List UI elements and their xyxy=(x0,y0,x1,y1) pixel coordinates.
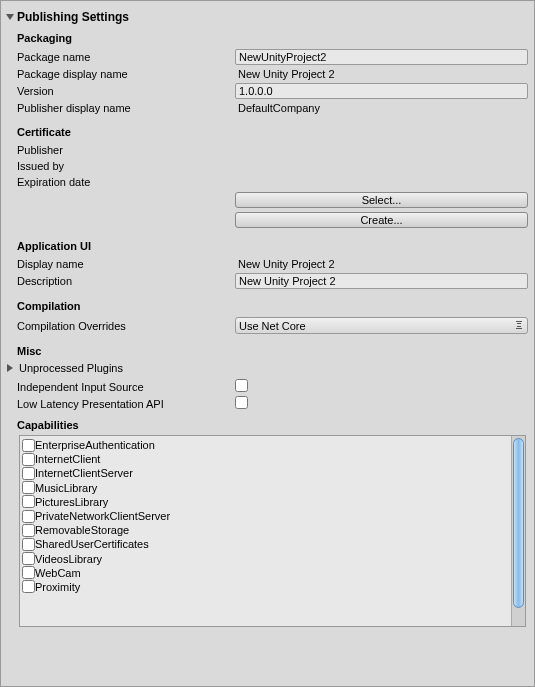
capability-label: PicturesLibrary xyxy=(35,496,108,508)
package-display-name-value: New Unity Project 2 xyxy=(235,67,528,81)
misc-header: Misc xyxy=(5,341,530,361)
cert-select-button[interactable]: Select... xyxy=(235,192,528,208)
publisher-display-name-label: Publisher display name xyxy=(17,102,235,114)
capability-checkbox[interactable] xyxy=(22,510,35,523)
capability-label: VideosLibrary xyxy=(35,553,102,565)
description-input[interactable] xyxy=(235,273,528,289)
package-display-name-label: Package display name xyxy=(17,68,235,80)
capability-checkbox[interactable] xyxy=(22,524,35,537)
capability-checkbox[interactable] xyxy=(22,495,35,508)
cert-issued-by-label: Issued by xyxy=(17,160,235,172)
compilation-overrides-dropdown[interactable]: Use Net Core xyxy=(235,317,528,334)
display-name-label: Display name xyxy=(17,258,235,270)
capability-label: SharedUserCertificates xyxy=(35,538,149,550)
cert-create-button[interactable]: Create... xyxy=(235,212,528,228)
capability-label: InternetClientServer xyxy=(35,467,133,479)
unprocessed-plugins-label: Unprocessed Plugins xyxy=(17,362,123,374)
publishing-settings-panel: Publishing Settings Packaging Package na… xyxy=(0,0,535,687)
low-latency-label: Low Latency Presentation API xyxy=(17,398,235,410)
capability-item[interactable]: RemovableStorage xyxy=(22,523,509,537)
capability-label: PrivateNetworkClientServer xyxy=(35,510,170,522)
capability-item[interactable]: InternetClient xyxy=(22,452,509,466)
capability-checkbox[interactable] xyxy=(22,552,35,565)
capability-item[interactable]: WebCam xyxy=(22,566,509,580)
foldout-icon xyxy=(6,14,14,20)
capability-checkbox[interactable] xyxy=(22,453,35,466)
cert-issued-by-value xyxy=(235,165,528,167)
scrollbar-thumb[interactable] xyxy=(513,438,524,608)
package-name-label: Package name xyxy=(17,51,235,63)
certificate-header: Certificate xyxy=(5,122,530,142)
capability-label: EnterpriseAuthentication xyxy=(35,439,155,451)
compilation-overrides-label: Compilation Overrides xyxy=(17,320,235,332)
publisher-display-name-value: DefaultCompany xyxy=(235,101,528,115)
packaging-header: Packaging xyxy=(5,28,530,48)
capability-item[interactable]: EnterpriseAuthentication xyxy=(22,438,509,452)
publishing-settings-title: Publishing Settings xyxy=(17,10,129,24)
capability-checkbox[interactable] xyxy=(22,538,35,551)
compilation-header: Compilation xyxy=(5,296,530,316)
capability-label: RemovableStorage xyxy=(35,524,129,536)
capability-item[interactable]: Proximity xyxy=(22,580,509,594)
app-ui-header: Application UI xyxy=(5,236,530,256)
cert-publisher-value xyxy=(235,149,528,151)
scrollbar[interactable] xyxy=(511,436,525,626)
capability-item[interactable]: MusicLibrary xyxy=(22,481,509,495)
publishing-settings-header[interactable]: Publishing Settings xyxy=(5,7,530,28)
capability-checkbox[interactable] xyxy=(22,580,35,593)
foldout-icon xyxy=(7,364,13,372)
capability-label: Proximity xyxy=(35,581,80,593)
capability-checkbox[interactable] xyxy=(22,467,35,480)
capability-label: InternetClient xyxy=(35,453,100,465)
capability-label: WebCam xyxy=(35,567,81,579)
capability-checkbox[interactable] xyxy=(22,439,35,452)
capabilities-list-box: EnterpriseAuthenticationInternetClientIn… xyxy=(19,435,526,627)
display-name-value: New Unity Project 2 xyxy=(235,257,528,271)
capability-item[interactable]: PrivateNetworkClientServer xyxy=(22,509,509,523)
capability-label: MusicLibrary xyxy=(35,482,97,494)
capability-item[interactable]: PicturesLibrary xyxy=(22,495,509,509)
capability-item[interactable]: SharedUserCertificates xyxy=(22,537,509,551)
cert-expiration-value xyxy=(235,181,528,183)
unprocessed-plugins-foldout[interactable]: Unprocessed Plugins xyxy=(5,361,530,375)
version-input[interactable] xyxy=(235,83,528,99)
capability-item[interactable]: VideosLibrary xyxy=(22,552,509,566)
low-latency-checkbox[interactable] xyxy=(235,396,248,409)
cert-publisher-label: Publisher xyxy=(17,144,235,156)
capabilities-header: Capabilities xyxy=(5,415,530,435)
capability-checkbox[interactable] xyxy=(22,566,35,579)
version-label: Version xyxy=(17,85,235,97)
independent-input-checkbox[interactable] xyxy=(235,379,248,392)
capability-checkbox[interactable] xyxy=(22,481,35,494)
description-label: Description xyxy=(17,275,235,287)
cert-expiration-label: Expiration date xyxy=(17,176,235,188)
package-name-input[interactable] xyxy=(235,49,528,65)
capabilities-list: EnterpriseAuthenticationInternetClientIn… xyxy=(20,436,511,626)
capability-item[interactable]: InternetClientServer xyxy=(22,466,509,480)
independent-input-label: Independent Input Source xyxy=(17,381,235,393)
